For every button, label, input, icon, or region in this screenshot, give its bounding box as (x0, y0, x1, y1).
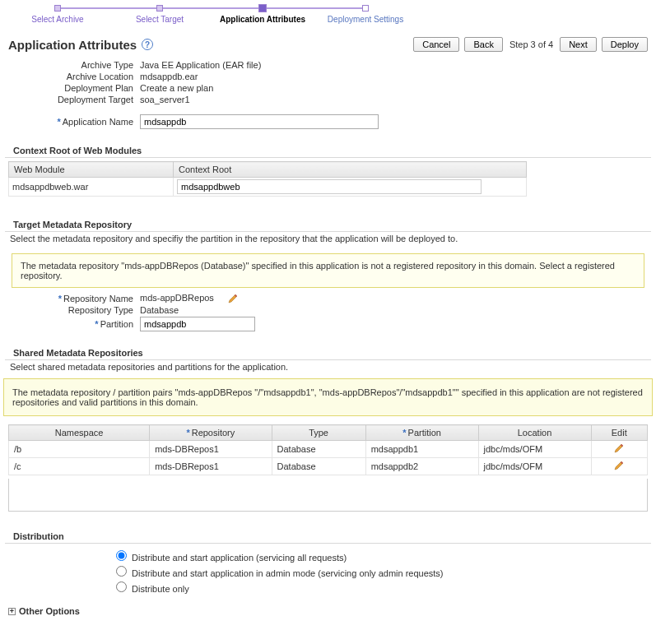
next-button[interactable]: Next (560, 37, 597, 52)
shared-table-footer (8, 479, 648, 512)
shared-type: Database (272, 441, 365, 458)
sh-namespace: Namespace (9, 425, 150, 441)
sh-repository: *Repository (150, 425, 272, 441)
sh-location: Location (478, 425, 591, 441)
archive-location-value: mdsappdb.ear (140, 72, 648, 81)
dist-opt-admin[interactable]: Distribute and start application in admi… (112, 563, 648, 578)
repo-name-value: mds-appDBRepos (140, 293, 214, 303)
dist-radio-all[interactable] (116, 550, 127, 561)
help-icon[interactable]: ? (142, 39, 153, 50)
ctx-header-module: Web Module (9, 162, 174, 178)
other-options-label: Other Options (19, 606, 80, 616)
shared-row: /c mds-DBRepos1 Database mdsappdb2 jdbc/… (9, 458, 648, 475)
wizard-step-target[interactable]: Select Target (109, 3, 211, 24)
target-repo-title: Target Metadata Repository (5, 211, 651, 232)
distribution-title: Distribution (5, 523, 651, 544)
sh-partition: *Partition (365, 425, 478, 441)
step-indicator: Step 3 of 4 (508, 39, 555, 49)
deployment-plan-label: Deployment Plan (8, 83, 140, 93)
shared-repos-title: Shared Metadata Repositories (5, 340, 651, 360)
shared-repo: mds-DBRepos1 (150, 458, 272, 475)
repo-name-label: *Repository Name (8, 294, 140, 303)
ctx-header-root: Context Root (174, 162, 527, 178)
partition-label: *Partition (8, 319, 140, 329)
dist-opt-only[interactable]: Distribute only (112, 579, 648, 594)
application-name-input[interactable] (140, 114, 379, 129)
wizard-train: Select Archive Select Target Application… (0, 0, 656, 25)
wizard-step-attributes[interactable]: Application Attributes (211, 3, 314, 24)
shared-repo: mds-DBRepos1 (150, 441, 272, 458)
target-repo-warning: The metadata repository "mds-appDBRepos … (12, 253, 644, 288)
ctx-row: mdsappdbweb.war (9, 178, 527, 197)
deployment-target-value: soa_server1 (140, 95, 648, 104)
repo-type-value: Database (140, 305, 648, 315)
archive-type-value: Java EE Application (EAR file) (140, 60, 648, 70)
edit-shared-row-icon[interactable] (614, 443, 624, 453)
shared-partition: mdsappdb1 (365, 441, 478, 458)
deployment-target-label: Deployment Target (8, 95, 140, 104)
dist-opt-all[interactable]: Distribute and start application (servic… (112, 548, 648, 563)
shared-ns: /b (9, 441, 150, 458)
expand-icon[interactable]: + (8, 608, 16, 615)
page-title: Application Attributes ? (8, 38, 153, 52)
shared-row: /b mds-DBRepos1 Database mdsappdb1 jdbc/… (9, 441, 648, 458)
shared-repos-warning: The metadata repository / partition pair… (3, 378, 653, 416)
dist-radio-admin[interactable] (116, 566, 127, 577)
ctx-module: mdsappdbweb.war (9, 178, 174, 197)
shared-location: jdbc/mds/OFM (478, 441, 591, 458)
shared-ns: /c (9, 458, 150, 475)
repo-type-label: Repository Type (8, 305, 140, 315)
sh-type: Type (272, 425, 365, 441)
ctx-root-input[interactable] (177, 179, 482, 194)
shared-partition: mdsappdb2 (365, 458, 478, 475)
archive-location-label: Archive Location (8, 72, 140, 81)
shared-location: jdbc/mds/OFM (478, 458, 591, 475)
cancel-button[interactable]: Cancel (413, 37, 459, 52)
wizard-step-settings[interactable]: Deployment Settings (314, 3, 416, 24)
shared-type: Database (272, 458, 365, 475)
partition-input[interactable] (140, 317, 255, 331)
deployment-plan-value: Create a new plan (140, 83, 648, 93)
context-root-title: Context Root of Web Modules (5, 137, 651, 158)
shared-repos-desc: Select shared metadata repositories and … (0, 360, 656, 377)
sh-edit: Edit (591, 425, 648, 441)
target-repo-desc: Select the metadata repository and speci… (0, 232, 656, 248)
back-button[interactable]: Back (464, 37, 502, 52)
edit-repo-name-icon[interactable] (228, 294, 238, 303)
application-name-label: *Application Name (8, 117, 140, 127)
archive-type-label: Archive Type (8, 60, 140, 70)
wizard-step-archive[interactable]: Select Archive (7, 3, 109, 24)
deploy-button[interactable]: Deploy (602, 37, 648, 52)
other-options-toggle[interactable]: + Other Options (0, 603, 656, 619)
edit-shared-row-icon[interactable] (614, 461, 624, 470)
dist-radio-only[interactable] (116, 581, 127, 592)
